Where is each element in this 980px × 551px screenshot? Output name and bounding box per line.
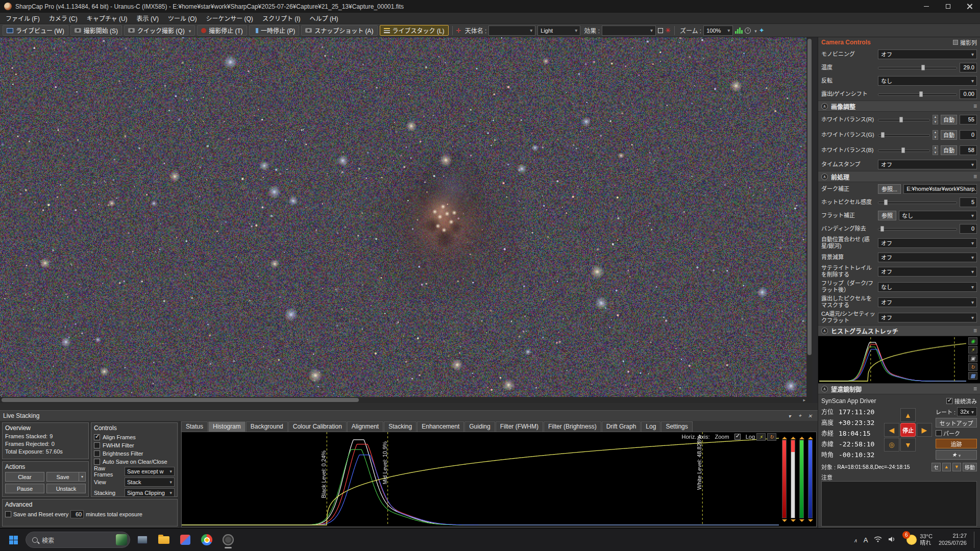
- temperature-slider[interactable]: [878, 63, 957, 71]
- nudge-down-button[interactable]: [952, 463, 961, 471]
- luminance-level-down-button[interactable]: [791, 519, 796, 524]
- satellite-dropdown[interactable]: オフ: [878, 267, 977, 277]
- slew-right-button[interactable]: [917, 423, 932, 437]
- raw-frames-dropdown[interactable]: Save except w: [125, 467, 175, 476]
- wb-r-spinner[interactable]: ▲▼: [933, 115, 938, 124]
- menu-camera[interactable]: カメラ (C): [44, 12, 82, 24]
- luminance-level-up-button[interactable]: [791, 434, 796, 439]
- ca-flat-dropdown[interactable]: オフ: [878, 313, 977, 322]
- note-box[interactable]: [821, 481, 977, 527]
- zoom-dropdown[interactable]: 100%: [703, 26, 733, 36]
- lock-levels-button[interactable]: [968, 355, 977, 362]
- panel-close-button[interactable]: [805, 412, 815, 420]
- tab-alignment[interactable]: Alignment: [347, 421, 383, 432]
- search-highlight-image[interactable]: [116, 534, 127, 545]
- capture-stop-button[interactable]: 撮影停止 (T): [197, 25, 247, 36]
- menu-sequencer[interactable]: シーケンサー (Q): [202, 12, 258, 24]
- auto-stretch-button[interactable]: [968, 346, 977, 354]
- auto-stretch-button[interactable]: [756, 433, 766, 441]
- pause-button[interactable]: 一時停止 (P): [249, 25, 299, 36]
- tab-colour-calibration[interactable]: Colour Calibration: [288, 421, 347, 432]
- timestamp-dropdown[interactable]: オフ: [878, 160, 977, 169]
- show-desktop-edge[interactable]: [974, 532, 976, 548]
- section-preprocess[interactable]: 前処理: [818, 171, 980, 182]
- red-level-up-button[interactable]: [782, 434, 787, 439]
- nudge-up-button[interactable]: [942, 463, 951, 471]
- tab-histogram[interactable]: Histogram: [208, 421, 246, 432]
- park-checkbox[interactable]: [936, 430, 942, 436]
- tray-overflow-button[interactable]: [853, 536, 857, 544]
- tab-log[interactable]: Log: [641, 421, 660, 432]
- tab-guiding[interactable]: Guiding: [464, 421, 495, 432]
- flip-dropdown[interactable]: なし: [878, 76, 977, 86]
- rate-dropdown[interactable]: 32x: [957, 407, 977, 416]
- setup-button[interactable]: セットアップ: [936, 418, 977, 428]
- view-dropdown[interactable]: Stack: [125, 478, 175, 487]
- histogram-icon[interactable]: [735, 28, 743, 34]
- object-name-dropdown[interactable]: [488, 26, 535, 36]
- save-reset-checkbox[interactable]: [5, 511, 11, 517]
- green-level-up-button[interactable]: [799, 434, 804, 439]
- wb-b-spinner[interactable]: ▲▼: [933, 145, 938, 155]
- blue-level-up-button[interactable]: [808, 434, 813, 439]
- flip-after-dropdown[interactable]: なし: [878, 282, 977, 292]
- collapse-chevron-icon[interactable]: [821, 386, 828, 392]
- clear-button[interactable]: Clear: [5, 472, 44, 482]
- red-level-bar[interactable]: [782, 440, 787, 518]
- wb-b-auto-button[interactable]: 自動: [941, 145, 957, 155]
- log-checkbox[interactable]: [734, 434, 741, 440]
- wb-b-slider[interactable]: [878, 146, 930, 154]
- panel-menu-button[interactable]: [785, 412, 794, 420]
- flat-file-dropdown[interactable]: なし: [899, 211, 977, 220]
- menu-file[interactable]: ファイル (F): [1, 12, 44, 24]
- auto-align-dropdown[interactable]: オフ: [878, 238, 977, 248]
- save-button[interactable]: Save: [46, 472, 79, 482]
- collapse-chevron-icon[interactable]: [821, 173, 828, 180]
- maximize-button[interactable]: [937, 0, 959, 13]
- dark-file-dropdown[interactable]: E:¥home¥star¥work¥Sharp...: [903, 184, 977, 194]
- stop-button[interactable]: 停止: [900, 423, 916, 437]
- wand-icon[interactable]: [759, 27, 765, 34]
- slew-down-button[interactable]: [900, 438, 916, 452]
- exposure-gain-shift-slider[interactable]: [878, 90, 957, 98]
- close-button[interactable]: [959, 0, 980, 13]
- zoom-control-label[interactable]: Zoom: [715, 434, 729, 440]
- goto-move-button[interactable]: 移動: [963, 463, 977, 471]
- effects-dropdown[interactable]: [602, 26, 656, 36]
- star-menu-button[interactable]: [936, 450, 977, 460]
- mask-pixels-dropdown[interactable]: オフ: [878, 297, 977, 307]
- fwhm-filter-checkbox[interactable]: [94, 442, 100, 448]
- save-stretch-button[interactable]: [968, 372, 977, 380]
- wb-g-auto-button[interactable]: 自動: [941, 130, 957, 140]
- luminance-level-bar[interactable]: [791, 440, 795, 518]
- scroll-right-arrow-icon[interactable]: ▸: [803, 397, 805, 403]
- live-view-button[interactable]: ライブビュー (W): [3, 25, 68, 36]
- tab-filter-fwhm[interactable]: Filter (FWHM): [496, 421, 543, 432]
- hamburger-icon[interactable]: [973, 173, 977, 180]
- reticle-icon[interactable]: [456, 27, 461, 34]
- mini-histogram-canvas[interactable]: [819, 337, 966, 382]
- tab-filter-brightness[interactable]: Filter (Brightness): [544, 421, 601, 432]
- horizontal-scrollbar[interactable]: ▸: [0, 397, 806, 403]
- taskbar-chrome[interactable]: [198, 531, 216, 549]
- reset-stretch-button[interactable]: [968, 363, 977, 371]
- horizontal-scroll-thumb[interactable]: [2, 398, 359, 402]
- dark-browse-button[interactable]: 参照...: [878, 184, 901, 194]
- hamburger-icon[interactable]: [973, 327, 977, 334]
- tab-stacking[interactable]: Stacking: [384, 421, 416, 432]
- green-level-down-button[interactable]: [799, 519, 804, 524]
- save-menu-button[interactable]: ▾: [79, 472, 86, 482]
- taskbar-explorer[interactable]: [155, 531, 173, 549]
- banding-slider[interactable]: [878, 224, 957, 233]
- minimize-button[interactable]: [916, 0, 937, 13]
- set-target-button[interactable]: セ: [932, 463, 941, 471]
- bg-subtract-dropdown[interactable]: オフ: [878, 253, 977, 262]
- pause-stack-button[interactable]: Pause: [5, 484, 44, 493]
- ime-indicator[interactable]: A: [864, 536, 868, 544]
- snapshot-button[interactable]: スナップショット (A): [301, 25, 377, 36]
- panel-pin-button[interactable]: [795, 412, 804, 420]
- collapse-chevron-icon[interactable]: [821, 328, 828, 334]
- red-level-down-button[interactable]: [782, 519, 787, 524]
- chevron-down-icon[interactable]: [753, 27, 757, 34]
- tab-status[interactable]: Status: [181, 421, 208, 432]
